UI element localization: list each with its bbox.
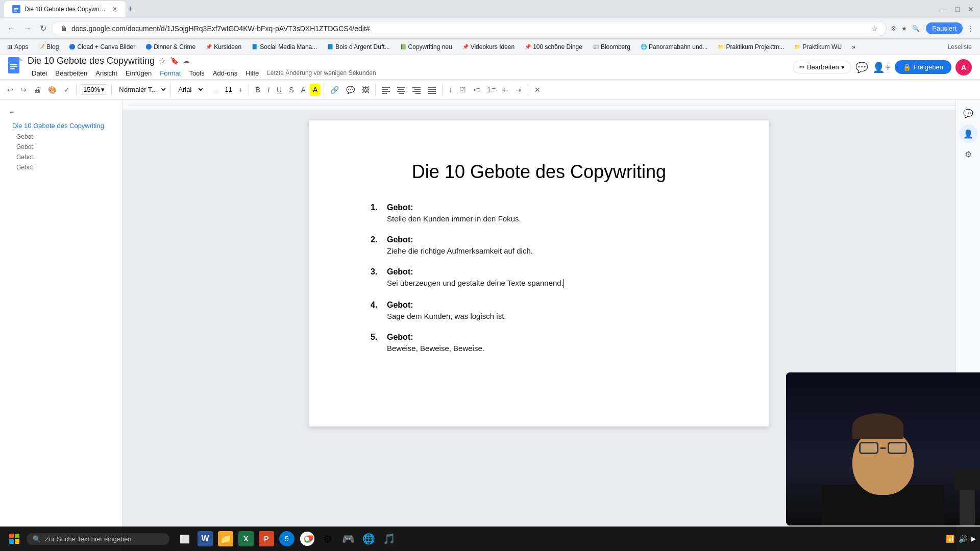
taskbar-multitask-button[interactable]: ⬜ (176, 530, 194, 548)
menu-addons[interactable]: Add-ons (209, 67, 241, 79)
users-button[interactable]: 👤+ (872, 61, 891, 73)
comment-button[interactable]: 💬 (855, 61, 868, 73)
italic-button[interactable]: I (264, 84, 273, 96)
taskbar-powerpoint-button[interactable]: P (257, 530, 276, 548)
link-button[interactable]: 🔗 (327, 84, 342, 96)
taskbar-music-button[interactable]: 🎵 (380, 530, 398, 548)
forward-button[interactable]: → (20, 22, 35, 35)
right-panel-settings-button[interactable]: ⚙ (959, 145, 977, 163)
zoom-selector[interactable]: 150% ▾ (80, 84, 108, 95)
maximize-button[interactable]: □ (953, 3, 962, 15)
refresh-button[interactable]: ↻ (37, 21, 50, 35)
bookmark-bloomberg[interactable]: 📰 Bloomberg (590, 42, 633, 52)
taskbar-app5-button[interactable]: 5 (278, 530, 296, 548)
taskbar-explorer-button[interactable]: 📁 (216, 530, 235, 548)
indent-less-button[interactable]: ⇤ (499, 84, 511, 96)
numbered-list-button[interactable]: 1≡ (484, 84, 498, 96)
bookmark-social[interactable]: 📘 Social Media Mana... (249, 42, 320, 52)
start-button[interactable] (4, 530, 24, 548)
sidebar-back-button[interactable]: ← (0, 104, 122, 120)
line-spacing-button[interactable]: ↕ (446, 84, 455, 96)
outline-item-2[interactable]: Gebot: (0, 142, 122, 152)
underline-button[interactable]: U (274, 84, 285, 96)
profile-button[interactable]: Pausiert (926, 22, 963, 34)
spellcheck-button[interactable]: ✓ (61, 84, 73, 96)
menu-hilfe[interactable]: Hilfe (241, 67, 263, 79)
right-panel-chat-button[interactable]: 💬 (959, 104, 977, 122)
taskbar-browser2-button[interactable]: 🌐 (359, 530, 378, 548)
menu-bearbeiten[interactable]: Bearbeiten (51, 67, 91, 79)
edit-mode-button[interactable]: ✏ Bearbeiten ▾ (793, 61, 851, 73)
tab-close-icon[interactable]: ✕ (112, 6, 117, 13)
highlight-button[interactable]: A (310, 84, 321, 96)
url-input[interactable]: docs.google.com/document/d/1JSojgHRq3Exf… (52, 21, 887, 36)
menu-format[interactable]: Format (156, 67, 185, 79)
taskbar-app6-button[interactable]: ⚙ (318, 530, 337, 548)
bookmark-title-icon[interactable]: 🔖 (170, 57, 179, 65)
taskbar-chrome-button[interactable] (298, 530, 316, 548)
bookmark-praktikum2[interactable]: 📁 Praktikum WU (791, 42, 845, 52)
strikethrough-button[interactable]: S (286, 84, 297, 96)
undo-button[interactable]: ↩ (4, 84, 16, 96)
bookmark-panorama[interactable]: 🌐 Panoramabahn und... (638, 42, 710, 52)
checklist-button[interactable]: ☑ (456, 84, 469, 96)
align-left-button[interactable] (379, 84, 393, 96)
align-center-button[interactable] (394, 84, 408, 96)
bookmark-more[interactable]: » (849, 42, 859, 52)
menu-button[interactable]: ⋮ (965, 22, 976, 35)
align-right-button[interactable] (409, 84, 424, 96)
font-selector[interactable]: Arial (174, 84, 205, 95)
star-icon[interactable]: ☆ (871, 24, 878, 33)
outline-title[interactable]: Die 10 Gebote des Copywriting (0, 120, 122, 132)
extension-icon-2[interactable]: ★ (899, 23, 909, 34)
comment-toolbar-button[interactable]: 💬 (343, 84, 358, 96)
share-button[interactable]: 🔒 Freigeben (895, 60, 951, 74)
right-panel-users-button[interactable]: 👤 (959, 124, 977, 143)
outline-item-1[interactable]: Gebot: (0, 132, 122, 142)
taskbar-game-button[interactable]: 🎮 (339, 530, 357, 548)
bookmark-praktikum1[interactable]: 📁 Praktikum Projektm... (715, 42, 787, 52)
back-button[interactable]: ← (4, 22, 18, 35)
taskbar-word-button[interactable]: W (196, 530, 214, 548)
new-tab-button[interactable]: + (128, 4, 133, 15)
menu-datei[interactable]: Datei (28, 67, 51, 79)
menu-einfuegen[interactable]: Einfügen (121, 67, 156, 79)
redo-button[interactable]: ↪ (17, 84, 30, 96)
bookmark-apps[interactable]: ⊞ Apps (4, 42, 31, 52)
bookmark-cload[interactable]: 🔵 Cload + Canva Bilder (66, 42, 138, 52)
extension-icon-3[interactable]: 🔍 (910, 23, 922, 34)
bookmark-bois[interactable]: 📘 Bois d'Argent Duft... (324, 42, 393, 52)
taskbar-excel-button[interactable]: X (237, 530, 255, 548)
indent-more-button[interactable]: ⇥ (512, 84, 525, 96)
outline-item-3[interactable]: Gebot: (0, 152, 122, 162)
menu-ansicht[interactable]: Ansicht (91, 67, 121, 79)
minimize-button[interactable]: — (938, 3, 949, 15)
print-button[interactable]: 🖨 (31, 84, 44, 96)
outline-item-4[interactable]: Gebot: (0, 162, 122, 172)
reading-mode-button[interactable]: Leseliste (944, 42, 976, 52)
clear-format-button[interactable]: ✕ (531, 84, 544, 96)
docs-document-title[interactable]: Die 10 Gebote des Copywriting (28, 56, 155, 66)
style-selector[interactable]: Normaler T... (115, 84, 167, 95)
decrease-font-button[interactable]: − (211, 84, 222, 96)
star-title-icon[interactable]: ☆ (159, 56, 166, 66)
menu-tools[interactable]: Tools (185, 67, 208, 79)
close-button[interactable]: ✕ (966, 3, 976, 15)
extension-icon-1[interactable]: ⚙ (889, 23, 898, 34)
align-justify-button[interactable] (425, 84, 439, 96)
bookmark-videokurs[interactable]: 📌 Videokurs Ideen (459, 42, 518, 52)
user-avatar[interactable]: A (955, 59, 972, 76)
bookmark-blog[interactable]: 📝 Blog (35, 42, 62, 52)
bullet-list-button[interactable]: •≡ (470, 84, 483, 96)
bookmark-dinner[interactable]: 🔵 Dinner & Crime (142, 42, 199, 52)
paint-format-button[interactable]: 🎨 (45, 84, 60, 96)
taskbar-time-display[interactable]: ▶ (971, 535, 976, 542)
bookmark-kursideen[interactable]: 📌 Kursideen (203, 42, 244, 52)
taskbar-search-bar[interactable]: 🔍 Zur Suche Text hier eingeben (27, 533, 169, 545)
bookmark-100dinge[interactable]: 📌 100 schöne Dinge (522, 42, 585, 52)
image-button[interactable]: 🖼 (359, 84, 372, 96)
text-color-button[interactable]: A (298, 84, 309, 96)
active-tab[interactable]: Die 10 Gebote des Copywriting ✕ (4, 1, 126, 17)
bookmark-copywriting[interactable]: 📗 Copywriting neu (397, 42, 455, 52)
increase-font-button[interactable]: + (235, 84, 246, 96)
